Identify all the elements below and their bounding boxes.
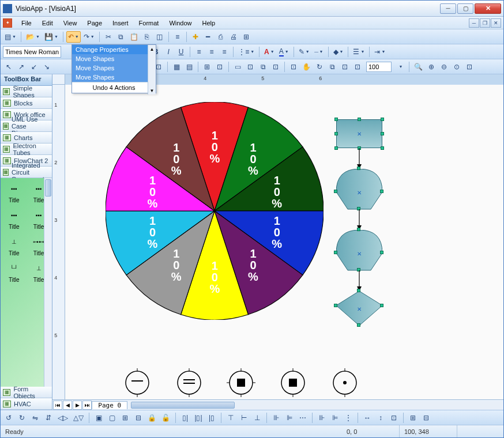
fill-color-button[interactable]: ◆▼ bbox=[332, 46, 345, 58]
pan-button[interactable]: ✋ bbox=[300, 61, 313, 73]
stencil-uml[interactable]: ▦UML Use Case Diagram bbox=[1, 120, 52, 132]
font-name-combo[interactable]: Times New Roman bbox=[3, 46, 61, 58]
menu-window[interactable]: Window bbox=[164, 18, 196, 28]
undo-item[interactable]: Move Shapes bbox=[72, 63, 156, 73]
select-button[interactable]: ◫ bbox=[154, 31, 166, 43]
center-h-icon[interactable]: ⊞ bbox=[407, 412, 419, 424]
electron-symbol[interactable] bbox=[123, 368, 152, 397]
undo-item[interactable]: Move Shapes bbox=[72, 54, 156, 63]
page-prev-button[interactable]: ◀ bbox=[63, 401, 72, 410]
remove-page-button[interactable]: ━ bbox=[202, 31, 214, 43]
dist-h3-icon[interactable]: ⋯ bbox=[297, 412, 309, 424]
menu-help[interactable]: Help bbox=[198, 18, 220, 28]
shape-item[interactable]: ▪▪▪Title bbox=[3, 208, 25, 230]
copy-button[interactable]: ⧉ bbox=[115, 31, 127, 43]
dist-v3-icon[interactable]: ⋮ bbox=[343, 412, 354, 424]
minimize-button[interactable]: ─ bbox=[440, 3, 456, 14]
underline-button[interactable]: U bbox=[175, 46, 187, 58]
align-center-h-icon[interactable]: |▯| bbox=[193, 412, 204, 424]
dist-h-icon[interactable]: ⊪ bbox=[270, 412, 282, 424]
new-button[interactable]: ▤▼ bbox=[3, 31, 18, 43]
cut-button[interactable]: ✂ bbox=[103, 31, 114, 43]
mdi-minimize[interactable]: ─ bbox=[469, 18, 479, 28]
close-button[interactable] bbox=[475, 3, 501, 14]
add-page-button[interactable]: ✚ bbox=[190, 31, 201, 43]
open-button[interactable]: 📂▼ bbox=[24, 31, 42, 43]
layers-button[interactable]: ⧉ bbox=[326, 61, 338, 73]
page-next-button[interactable]: ▶ bbox=[73, 401, 82, 410]
dist-v2-icon[interactable]: ⊫ bbox=[329, 412, 341, 424]
stencil-form-objects[interactable]: ▦Form Objects bbox=[1, 387, 52, 398]
bring-front-icon[interactable]: ▣ bbox=[93, 412, 104, 424]
menu-insert[interactable]: Insert bbox=[108, 18, 133, 28]
save-button[interactable]: 💾▼ bbox=[43, 31, 60, 43]
send-back-icon[interactable]: ▢ bbox=[106, 412, 118, 424]
group-icon[interactable]: ⊞ bbox=[119, 412, 131, 424]
electron-symbol[interactable] bbox=[175, 368, 204, 397]
font-color2-button[interactable]: A▼ bbox=[277, 46, 291, 58]
menu-file[interactable]: File bbox=[17, 18, 36, 28]
rotate-button[interactable]: ↻ bbox=[314, 61, 325, 73]
undo-button[interactable]: ↶▼ bbox=[66, 31, 81, 43]
insert-button[interactable]: ⊞ bbox=[240, 31, 252, 43]
connector-button[interactable]: ⊞ bbox=[201, 61, 213, 73]
same-size-icon[interactable]: ⊡ bbox=[388, 412, 400, 424]
stencil-blocks[interactable]: ▦Blocks bbox=[1, 97, 52, 109]
flow-process-shape[interactable]: ✕ bbox=[336, 119, 382, 148]
print-button[interactable]: 🖨 bbox=[228, 31, 239, 43]
canvas-scroll[interactable]: 10%10%10%10%10%10%10%10%10%10% ✕ bbox=[65, 85, 503, 399]
font-color-button[interactable]: A▼ bbox=[262, 46, 276, 58]
flip-h-icon[interactable]: ⇋ bbox=[29, 412, 41, 424]
page-first-button[interactable]: ⏮ bbox=[53, 401, 62, 410]
line-color-button[interactable]: ✎▼ bbox=[297, 46, 311, 58]
menu-view[interactable]: View bbox=[59, 18, 82, 28]
connector-arrow[interactable] bbox=[356, 209, 362, 230]
horizontal-scrollbar[interactable] bbox=[130, 401, 503, 409]
lock-icon[interactable]: 🔒 bbox=[146, 412, 158, 424]
shape-item[interactable]: ▪▪▪Title bbox=[3, 182, 25, 203]
connector-arrow[interactable] bbox=[356, 148, 362, 169]
shape-item[interactable]: ⊥Title bbox=[3, 235, 25, 256]
undo-scroll[interactable]: ▲ ▼ bbox=[148, 45, 156, 95]
format-painter-button[interactable]: ⎘ bbox=[141, 31, 153, 43]
snap-grid-button[interactable]: ▦ bbox=[171, 61, 182, 73]
ruler-button[interactable]: ⊡ bbox=[288, 61, 299, 73]
grid-button[interactable]: ▤ bbox=[183, 61, 195, 73]
crop3-button[interactable]: ⊡ bbox=[270, 61, 281, 73]
ungroup-icon[interactable]: ⊟ bbox=[133, 412, 144, 424]
shape-item[interactable]: └┘Title bbox=[3, 261, 25, 283]
align-left-button[interactable]: ≡ bbox=[193, 46, 205, 58]
zoom-actual-button[interactable]: ⊡ bbox=[464, 61, 475, 73]
align-middle-icon[interactable]: ⊢ bbox=[238, 412, 250, 424]
maximize-button[interactable]: ▢ bbox=[457, 3, 473, 14]
unlock-icon[interactable]: 🔓 bbox=[160, 412, 172, 424]
fit-button[interactable]: ⊡ bbox=[339, 61, 351, 73]
align-top-icon[interactable]: ⊤ bbox=[225, 412, 236, 424]
select-rect-button[interactable]: ▭ bbox=[232, 61, 243, 73]
align-center-button[interactable]: ≡ bbox=[206, 46, 217, 58]
italic-button[interactable]: I bbox=[163, 46, 174, 58]
mirror-h-icon[interactable]: ◁▷ bbox=[56, 412, 70, 424]
stencil-ic[interactable]: ▦Integrated Circuit Components bbox=[1, 167, 52, 178]
page-last-button[interactable]: ⏭ bbox=[82, 401, 92, 410]
tool-arrow-nw[interactable]: ↖ bbox=[3, 61, 14, 73]
pie-chart[interactable]: 10%10%10%10%10%10%10%10%10%10% bbox=[106, 102, 324, 320]
connector-arrow[interactable] bbox=[356, 270, 362, 291]
dist-v-icon[interactable]: ⊪ bbox=[316, 412, 328, 424]
arrow-ends-button[interactable]: ⇥▼ bbox=[373, 46, 387, 58]
tool-arrow-ne[interactable]: ↗ bbox=[16, 61, 27, 73]
same-height-icon[interactable]: ↕ bbox=[375, 412, 386, 424]
menu-format[interactable]: Format bbox=[134, 18, 164, 28]
mdi-close[interactable]: ✕ bbox=[491, 18, 501, 28]
stencil-electron[interactable]: ▦Electron Tubes bbox=[1, 144, 52, 155]
electron-symbol[interactable] bbox=[227, 368, 255, 397]
electron-symbol[interactable] bbox=[330, 368, 359, 397]
zoom-width-button[interactable]: ⊙ bbox=[451, 61, 462, 73]
electron-symbol[interactable] bbox=[279, 368, 307, 397]
undo-item[interactable]: Change Properties bbox=[72, 45, 156, 54]
line-weight-button[interactable]: ☰▼ bbox=[351, 46, 366, 58]
menu-edit[interactable]: Edit bbox=[37, 18, 58, 28]
bullets-button[interactable]: ⋮≡▼ bbox=[236, 46, 256, 58]
undo-item[interactable]: Move Shapes bbox=[72, 73, 156, 82]
tool-arrow-se[interactable]: ↘ bbox=[41, 61, 52, 73]
